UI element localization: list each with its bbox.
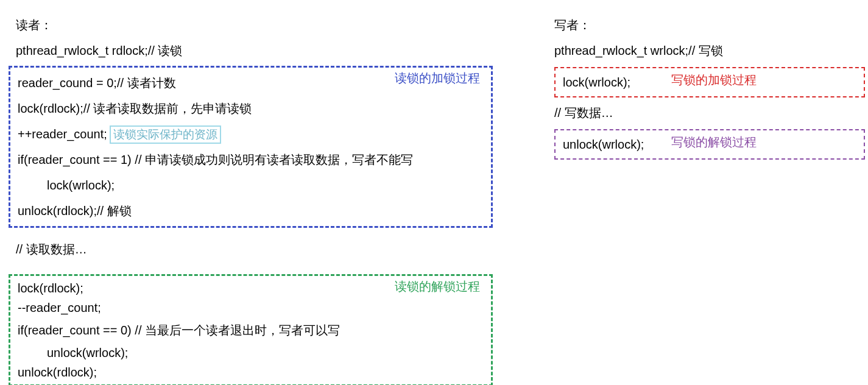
reader-unlock-box: 读锁的解锁过程 lock(rdlock); --reader_count; if…: [9, 274, 493, 385]
writer-lock-l1: lock(wrlock);: [556, 69, 864, 95]
reader-lock-l3-note: 读锁实际保护的资源: [110, 125, 221, 144]
reader-title: 读者：: [9, 12, 493, 38]
reader-lock-l3-code: ++reader_count;: [18, 127, 107, 141]
writer-unlock-l1: unlock(wrlock);: [556, 132, 864, 157]
reader-decl: pthread_rwlock_t rdlock;// 读锁: [9, 38, 493, 63]
reader-lock-l5: lock(wrlock);: [10, 172, 491, 198]
reader-lock-l1: reader_cound = 0;// 读者计数: [10, 70, 491, 96]
reader-unlock-l1: lock(rdlock);: [10, 278, 491, 298]
writer-mid: // 写数据…: [554, 100, 865, 125]
reader-mid: // 读取数据…: [9, 236, 493, 262]
writer-unlock-box: 写锁的解锁过程 unlock(wrlock);: [554, 129, 865, 160]
reader-column: 读者： pthread_rwlock_t rdlock;// 读锁 读锁的加锁过…: [9, 12, 493, 385]
writer-lock-box: 写锁的加锁过程 lock(wrlock);: [554, 67, 865, 97]
writer-column: 写者： pthread_rwlock_t wrlock;// 写锁 写锁的加锁过…: [554, 12, 865, 160]
reader-unlock-l5: unlock(rdlock);: [10, 362, 491, 382]
reader-lock-l2: lock(rdlock);// 读者读取数据前，先申请读锁: [10, 96, 491, 121]
reader-lock-l4: if(reader_count == 1) // 申请读锁成功则说明有读者读取数…: [10, 147, 491, 172]
writer-title: 写者：: [554, 12, 865, 38]
reader-unlock-l2: --reader_count;: [10, 298, 491, 317]
writer-decl: pthread_rwlock_t wrlock;// 写锁: [554, 38, 865, 63]
reader-lock-l6: unlock(rdlock);// 解锁: [10, 198, 491, 224]
reader-lock-box: 读锁的加锁过程 reader_cound = 0;// 读者计数 lock(rd…: [9, 66, 493, 228]
reader-lock-l3: ++reader_count;读锁实际保护的资源: [10, 121, 491, 147]
reader-unlock-l3: if(reader_count == 0) // 当最后一个读者退出时，写者可以…: [10, 317, 491, 343]
reader-unlock-l4: unlock(wrlock);: [10, 343, 491, 362]
